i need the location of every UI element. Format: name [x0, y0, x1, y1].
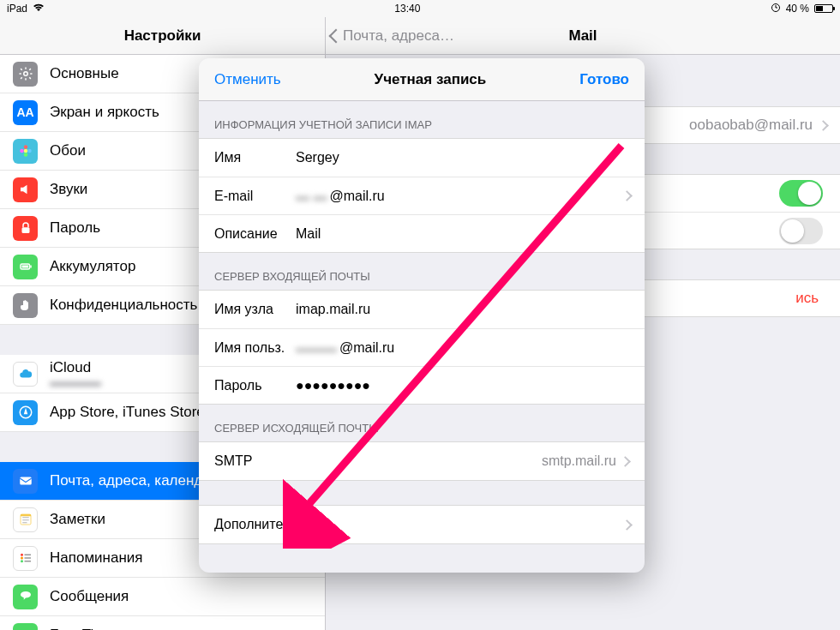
wifi-icon: [33, 3, 45, 15]
sidebar-header: Настройки: [0, 17, 325, 55]
account-modal: Отменить Учетная запись Готово ИНФОРМАЦИ…: [199, 58, 645, 573]
name-row[interactable]: Имя Sergey: [199, 139, 645, 177]
section-incoming: СЕРВЕР ВХОДЯЩЕЙ ПОЧТЫ: [199, 253, 645, 290]
email-row[interactable]: E-mail ▬ ▬@mail.ru: [199, 177, 645, 214]
status-bar: iPad 13:40 40 %: [0, 0, 840, 17]
switch-on[interactable]: [779, 180, 823, 207]
sidebar-item-label: Конфиденциальность: [50, 297, 197, 314]
host-value: imap.mail.ru: [296, 302, 629, 317]
battery-percent: 40 %: [786, 3, 809, 15]
rotation-lock-icon: [771, 3, 781, 15]
sidebar-item-label: Основные: [50, 65, 119, 82]
battery-icon: [13, 255, 38, 279]
aa-icon: AA: [13, 100, 38, 125]
svg-point-2: [23, 149, 27, 153]
sidebar-item-label: Экран и яркость: [50, 104, 159, 121]
sidebar-item-label: Сообщения: [50, 588, 129, 605]
sidebar-item-facetime[interactable]: FaceTime: [0, 616, 325, 630]
description-value: Mail: [296, 226, 629, 242]
sidebar-item-label: Обои: [50, 142, 86, 159]
reminders-icon: [13, 546, 38, 571]
chevron-right-icon: [620, 456, 631, 467]
gear-icon: [13, 62, 38, 87]
carrier-label: iPad: [7, 3, 27, 15]
svg-point-6: [20, 149, 24, 153]
facetime-icon: [13, 623, 38, 631]
sidebar-item-label: Аккумулятор: [50, 258, 135, 275]
description-row[interactable]: Описание Mail: [199, 214, 645, 252]
sidebar-item-label: FaceTime: [50, 627, 114, 630]
cancel-button[interactable]: Отменить: [214, 71, 281, 88]
speaker-icon: [13, 177, 38, 202]
username-value: ▬▬▬@mail.ru: [296, 340, 629, 356]
description-label: Описание: [214, 226, 296, 242]
sidebar-item-message[interactable]: Сообщения: [0, 578, 325, 616]
smtp-row[interactable]: SMTP smtp.mail.ru: [199, 442, 645, 480]
sidebar-title: Настройки: [124, 27, 201, 45]
detail-header: Почта, адреса… Mail: [326, 17, 840, 55]
appstore-icon: [13, 400, 38, 425]
notes-icon: [13, 507, 38, 532]
battery-icon: [814, 4, 833, 13]
username-row[interactable]: Имя польз. ▬▬▬@mail.ru: [199, 328, 645, 366]
svg-rect-17: [21, 514, 31, 516]
section-imap-info: ИНФОРМАЦИЯ УЧЕТНОЙ ЗАПИСИ IMAP: [199, 101, 645, 138]
svg-point-4: [27, 149, 32, 153]
username-label: Имя польз.: [214, 340, 296, 356]
svg-point-5: [23, 153, 27, 157]
svg-rect-7: [21, 227, 29, 233]
account-email: oobaobab@mail.ru: [689, 117, 813, 134]
cloud-icon: [13, 362, 38, 387]
sidebar-item-label: App Store, iTunes Store: [50, 404, 205, 421]
email-value: ▬ ▬@mail.ru: [296, 189, 629, 204]
delete-label-partial: ись: [795, 290, 819, 307]
svg-point-3: [23, 145, 27, 149]
password-value: ●●●●●●●●●: [296, 378, 629, 393]
sidebar-item-label: Звуки: [50, 181, 87, 198]
switch-off[interactable]: [779, 218, 823, 244]
svg-rect-9: [30, 266, 32, 268]
smtp-label: SMTP: [214, 453, 296, 469]
modal-header: Отменить Учетная запись Готово: [199, 58, 645, 101]
advanced-row[interactable]: Дополнительно: [199, 506, 645, 543]
password-row[interactable]: Пароль ●●●●●●●●●: [199, 366, 645, 404]
smtp-value: smtp.mail.ru: [296, 453, 621, 469]
hand-icon: [13, 293, 38, 318]
svg-point-19: [21, 557, 23, 560]
chevron-right-icon: [818, 120, 829, 131]
email-label: E-mail: [214, 189, 296, 204]
section-outgoing: СЕРВЕР ИСХОДЯЩЕЙ ПОЧТЫ: [199, 405, 645, 441]
advanced-label: Дополнительно: [214, 517, 629, 532]
done-button[interactable]: Готово: [579, 71, 629, 88]
svg-point-20: [21, 560, 23, 562]
sidebar-item-label: Пароль: [50, 219, 100, 237]
sidebar-item-label: Напоминания: [50, 549, 143, 567]
host-row[interactable]: Имя узла imap.mail.ru: [199, 291, 645, 328]
mail-icon: [13, 469, 38, 494]
password-label: Пароль: [214, 378, 296, 393]
svg-point-18: [21, 554, 23, 556]
svg-rect-10: [21, 266, 28, 268]
host-label: Имя узла: [214, 302, 296, 317]
back-button[interactable]: Почта, адреса…: [331, 27, 454, 45]
flower-icon: [13, 139, 38, 164]
modal-title: Учетная запись: [375, 71, 487, 88]
svg-rect-12: [20, 477, 32, 485]
back-label: Почта, адреса…: [343, 27, 454, 45]
status-time: 13:40: [394, 3, 420, 15]
chevron-left-icon: [329, 28, 344, 43]
message-icon: [13, 585, 38, 609]
sidebar-item-label: Заметки: [50, 511, 105, 528]
svg-point-1: [23, 72, 27, 76]
detail-title: Mail: [568, 27, 597, 45]
sidebar-item-label: iCloud: [50, 359, 101, 376]
name-label: Имя: [214, 150, 296, 165]
name-value: Sergey: [296, 150, 629, 165]
lock-icon: [13, 216, 38, 241]
